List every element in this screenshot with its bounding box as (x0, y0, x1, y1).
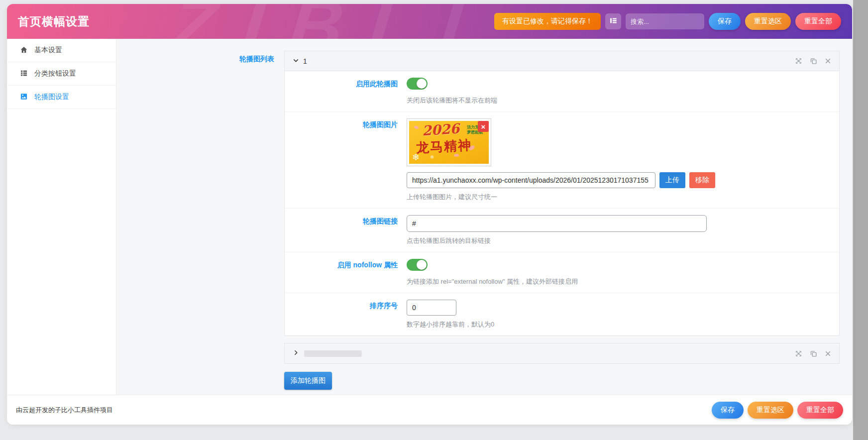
remove-image-icon[interactable]: × (478, 121, 489, 132)
search-box (626, 13, 704, 29)
carousel-item-panel: 1 (284, 51, 840, 336)
thumb-year-text: 2026 (422, 121, 460, 139)
collapsed-item-header[interactable] (285, 343, 839, 363)
carousel-item-index: 1 (303, 57, 307, 65)
link-input[interactable] (407, 215, 707, 232)
duplicate-icon[interactable] (810, 350, 817, 357)
header-toolbar: 有设置已修改，请记得保存！ 保存 重置选区 重置全部 (494, 13, 841, 30)
save-button[interactable]: 保存 (712, 402, 744, 419)
sidebar-item-label: 分类按钮设置 (34, 69, 76, 78)
panel-tools (795, 57, 831, 65)
unsaved-changes-alert[interactable]: 有设置已修改，请记得保存！ (494, 13, 601, 30)
page-footer: 由云超开发的子比小工具插件项目 保存 重置选区 重置全部 (7, 395, 852, 425)
image-label: 轮播图图片 (285, 118, 407, 202)
settings-card: ZIBLL 首页横幅设置 有设置已修改，请记得保存！ 保存 重置选区 重置全部 (7, 4, 852, 425)
enable-label: 启用此轮播图 (285, 78, 407, 105)
content-body: 基本设置 分类按钮设置 轮播图设置 轮播图列表 (7, 39, 852, 395)
snowflake-icon: ❄ (430, 154, 434, 160)
carousel-list-control: 1 (284, 51, 840, 400)
image-url-input[interactable] (407, 172, 655, 188)
duplicate-icon[interactable] (810, 57, 817, 65)
reset-all-button[interactable]: 重置全部 (797, 402, 843, 419)
sidebar-item-label: 轮播图设置 (34, 93, 69, 102)
link-label: 轮播图链接 (285, 215, 407, 245)
search-input[interactable] (626, 18, 704, 25)
footer-toolbar: 保存 重置选区 重置全部 (712, 402, 843, 419)
order-help: 数字越小排序越靠前，默认为0 (407, 320, 827, 329)
upload-button[interactable]: 上传 (659, 172, 685, 188)
remove-button[interactable]: 移除 (689, 172, 715, 188)
order-input[interactable] (407, 300, 456, 316)
thumbnail-image: 2026 活力无限 梦想起航 龙马精神 ❄ ❄ (409, 121, 489, 164)
list-icon (20, 69, 28, 79)
enable-row: 启用此轮播图 关闭后该轮播图将不显示在前端 (285, 71, 839, 112)
add-carousel-button[interactable]: 添加轮播图 (284, 372, 332, 390)
nofollow-label: 启用 nofollow 属性 (285, 259, 407, 286)
menu-icon (609, 16, 618, 27)
move-icon[interactable] (795, 350, 802, 357)
image-url-row: 上传 移除 (407, 172, 827, 188)
reset-section-button[interactable]: 重置选区 (745, 13, 791, 30)
nofollow-toggle[interactable] (407, 259, 428, 271)
menu-toggle-button[interactable] (605, 13, 621, 29)
save-button[interactable]: 保存 (709, 13, 741, 30)
collapsed-item-placeholder (304, 350, 362, 357)
image-row: 轮播图图片 2026 活力无限 梦想起航 龙马 (285, 112, 839, 209)
image-help: 上传轮播图图片，建议尺寸统一 (407, 193, 827, 202)
brand-watermark: ZIBLL (167, 4, 517, 39)
delete-icon[interactable] (825, 350, 831, 357)
home-icon (20, 46, 28, 55)
delete-icon[interactable] (825, 58, 831, 64)
link-row: 轮播图链接 点击轮播图后跳转的目标链接 (285, 209, 839, 252)
sidebar-item-carousel-settings[interactable]: 轮播图设置 (7, 86, 116, 109)
thumb-main-text: 龙马精神 (416, 136, 472, 157)
carousel-item-header[interactable]: 1 (285, 51, 839, 71)
main-panel: 轮播图列表 1 (116, 39, 852, 395)
footer-credit: 由云超开发的子比小工具插件项目 (16, 406, 113, 415)
chevron-right-icon (293, 349, 299, 358)
order-label: 排序序号 (285, 300, 407, 329)
enable-help: 关闭后该轮播图将不显示在前端 (407, 96, 827, 105)
sidebar: 基本设置 分类按钮设置 轮播图设置 (7, 39, 116, 395)
enable-toggle[interactable] (407, 78, 428, 90)
carousel-thumbnail[interactable]: 2026 活力无限 梦想起航 龙马精神 ❄ ❄ (407, 118, 491, 166)
sidebar-item-basic-settings[interactable]: 基本设置 (7, 39, 116, 62)
snowflake-icon: ❄ (412, 152, 420, 163)
move-icon[interactable] (795, 57, 802, 65)
carousel-item-body: 启用此轮播图 关闭后该轮播图将不显示在前端 轮播图图片 (285, 71, 839, 335)
carousel-item-panel-collapsed (284, 343, 840, 364)
nofollow-row: 启用 nofollow 属性 为链接添加 rel="external nofol… (285, 252, 839, 293)
reset-all-button[interactable]: 重置全部 (795, 13, 841, 30)
page-right-gutter (853, 0, 868, 440)
nofollow-help: 为链接添加 rel="external nofollow" 属性，建议外部链接启… (407, 277, 827, 286)
carousel-list-label: 轮播图列表 (116, 51, 284, 64)
panel-tools (795, 350, 831, 357)
image-icon (20, 93, 28, 102)
link-help: 点击轮播图后跳转的目标链接 (407, 236, 827, 245)
reset-section-button[interactable]: 重置选区 (748, 402, 793, 419)
page-title: 首页横幅设置 (18, 14, 90, 29)
chevron-down-icon (293, 57, 299, 66)
sidebar-item-label: 基本设置 (34, 46, 62, 55)
page-header: ZIBLL 首页横幅设置 有设置已修改，请记得保存！ 保存 重置选区 重置全部 (7, 4, 852, 39)
order-row: 排序序号 数字越小排序越靠前，默认为0 (285, 293, 839, 335)
sidebar-item-category-buttons[interactable]: 分类按钮设置 (7, 62, 116, 86)
